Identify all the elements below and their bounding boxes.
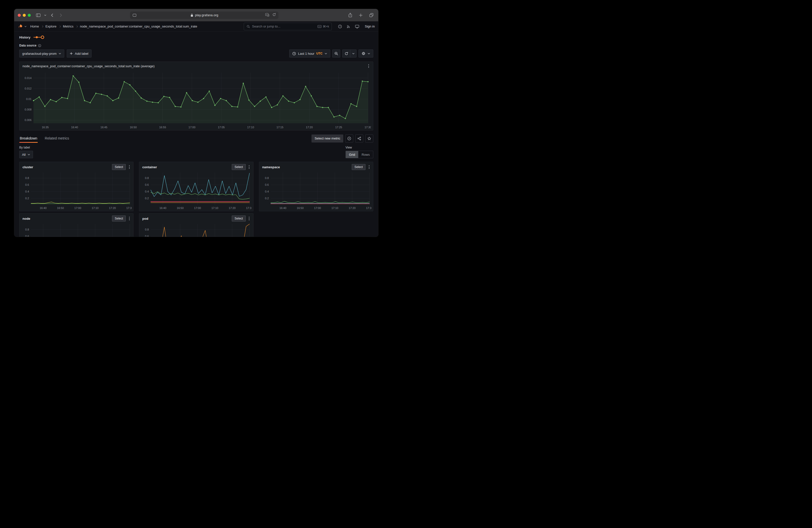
breakdown-panel-chart[interactable]: 0.20.40.60.816:4016:5017:0017:1017:2017:… <box>141 222 251 237</box>
tab-related-metrics[interactable]: Related metrics <box>44 134 70 143</box>
zoom-out-time-button[interactable] <box>332 49 340 58</box>
select-button[interactable]: Select <box>232 164 246 170</box>
translate-icon[interactable]: A <box>265 13 269 17</box>
address-bar[interactable]: play.grafana.org A <box>130 12 278 19</box>
share-metric-button[interactable] <box>355 134 363 143</box>
new-tab-icon[interactable] <box>357 12 364 19</box>
svg-text:17:20: 17:20 <box>349 206 356 209</box>
select-button[interactable]: Select <box>352 164 365 170</box>
svg-text:17:30: 17:30 <box>366 206 372 209</box>
zoom-window-button[interactable] <box>28 14 31 17</box>
address-text: play.grafana.org <box>195 13 218 17</box>
info-icon[interactable] <box>38 44 41 47</box>
breakdown-panel-chart[interactable]: 0.20.40.60.816:4016:5017:0017:1017:2017:… <box>21 222 132 237</box>
chevron-down-icon <box>28 153 30 156</box>
kebab-menu-icon[interactable] <box>247 164 251 170</box>
settings-button[interactable] <box>359 49 373 58</box>
desktop-background: play.grafana.org A <box>0 0 406 264</box>
favorite-star-button[interactable] <box>365 134 373 143</box>
grafana-logo[interactable] <box>18 24 27 29</box>
breadcrumb-home[interactable]: Home <box>30 25 39 28</box>
datasource-picker[interactable]: grafanacloud-play-prom <box>19 49 64 58</box>
view-toggle: Grid Rows <box>346 151 373 158</box>
svg-text:17:00: 17:00 <box>314 206 321 209</box>
svg-text:16:40: 16:40 <box>71 126 78 129</box>
svg-text:16:40: 16:40 <box>160 206 166 209</box>
svg-text:?: ? <box>339 25 341 28</box>
svg-text:0.2: 0.2 <box>25 197 29 200</box>
breakdown-panel-title: container <box>142 165 157 169</box>
svg-text:16:50: 16:50 <box>177 206 184 209</box>
kebab-menu-icon[interactable] <box>367 164 371 170</box>
grafana-app: Home Explore Metrics node_namespace_pod_… <box>14 21 378 237</box>
page-preview-icon[interactable] <box>132 14 136 17</box>
main-metric-chart[interactable]: 0.0060.0080.010.0120.01416:3516:4016:451… <box>21 70 371 130</box>
news-rss-icon[interactable] <box>345 23 352 30</box>
breakdown-panel-chart[interactable]: 0.20.40.60.816:4016:5017:0017:1017:2017:… <box>21 171 132 210</box>
breadcrumb-explore[interactable]: Explore <box>45 25 57 28</box>
kebab-menu-icon[interactable] <box>247 216 251 221</box>
window-controls <box>18 14 31 17</box>
select-button[interactable]: Select <box>232 216 246 221</box>
search-icon <box>246 25 250 28</box>
gear-icon <box>362 52 365 56</box>
chevron-down-icon <box>24 25 27 28</box>
main-metric-panel: node_namespace_pod_container:container_c… <box>19 61 373 131</box>
svg-text:16:40: 16:40 <box>40 206 47 209</box>
history-timeline-icon[interactable] <box>33 35 44 39</box>
refresh-interval-dropdown[interactable] <box>350 49 357 58</box>
svg-text:0.008: 0.008 <box>25 108 31 111</box>
svg-text:16:45: 16:45 <box>101 126 107 129</box>
sidebar-toggle-icon[interactable] <box>35 12 42 19</box>
tab-overview-icon[interactable] <box>368 12 375 19</box>
time-range-picker[interactable]: Last 1 hour UTC <box>289 49 330 58</box>
svg-text:17:20: 17:20 <box>109 206 116 209</box>
kebab-menu-icon[interactable] <box>366 63 371 69</box>
share-icon[interactable] <box>347 12 354 19</box>
sign-in-button[interactable]: Sign in <box>365 25 375 28</box>
view-rows-button[interactable]: Rows <box>358 151 373 158</box>
breadcrumb: Home Explore Metrics node_namespace_pod_… <box>30 25 197 28</box>
breakdown-panel: cluster Select 0.20.40.60.816:4016:5017:… <box>19 162 133 211</box>
star-icon <box>367 136 371 141</box>
breakdown-panel: namespace Select 0.20.40.60.816:4016:501… <box>259 162 373 211</box>
minimize-window-button[interactable] <box>23 14 26 17</box>
svg-text:0.014: 0.014 <box>25 76 31 79</box>
select-new-metric-button[interactable]: Select new metric <box>311 134 343 143</box>
tab-breakdown[interactable]: Breakdown <box>19 134 38 143</box>
select-button[interactable]: Select <box>112 164 126 170</box>
kebab-menu-icon[interactable] <box>127 216 131 221</box>
breadcrumb-metrics[interactable]: Metrics <box>63 25 73 28</box>
keyboard-icon <box>318 25 321 28</box>
breakdown-panel-chart[interactable]: 0.20.40.60.816:4016:5017:0017:1017:2017:… <box>141 171 251 210</box>
main-panel-header: node_namespace_pod_container:container_c… <box>19 62 373 70</box>
global-search-box[interactable]: ⌘+k <box>244 23 332 30</box>
help-icon[interactable]: ? <box>336 23 344 30</box>
breakdown-panel-title: node <box>23 217 30 220</box>
view-grid-button[interactable]: Grid <box>346 151 359 158</box>
breakdown-panel: container Select 0.20.40.60.816:4016:501… <box>139 162 253 211</box>
forward-icon[interactable] <box>57 12 64 19</box>
svg-text:0.6: 0.6 <box>145 235 149 237</box>
grafana-top-nav: Home Explore Metrics node_namespace_pod_… <box>14 21 378 31</box>
svg-text:17:20: 17:20 <box>306 126 313 129</box>
reload-icon[interactable] <box>272 13 276 17</box>
breakdown-panel-header: node Select <box>19 214 133 221</box>
compass-icon <box>347 136 351 141</box>
by-label-dropdown[interactable]: All <box>19 151 33 158</box>
svg-text:A: A <box>266 13 267 15</box>
history-label: History <box>19 35 30 39</box>
breakdown-panel-chart[interactable]: 0.20.40.60.816:4016:5017:0017:1017:2017:… <box>261 171 372 210</box>
monitor-icon[interactable] <box>353 23 361 30</box>
kebab-menu-icon[interactable] <box>127 164 131 170</box>
close-window-button[interactable] <box>18 14 21 17</box>
search-input[interactable] <box>252 25 316 28</box>
back-icon[interactable] <box>49 12 56 19</box>
add-label-button[interactable]: Add label <box>67 49 91 58</box>
explore-compass-button[interactable] <box>345 134 353 143</box>
svg-text:0.01: 0.01 <box>26 98 31 101</box>
select-button[interactable]: Select <box>112 216 126 221</box>
chevron-down-icon[interactable] <box>43 12 47 19</box>
refresh-button[interactable] <box>342 49 350 58</box>
time-controls: Last 1 hour UTC <box>289 49 373 58</box>
